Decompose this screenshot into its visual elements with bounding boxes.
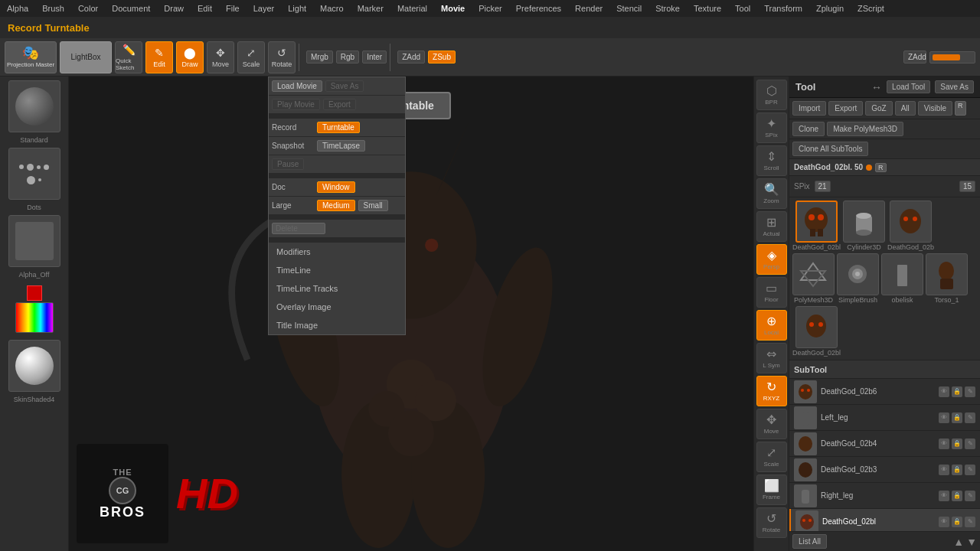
visibility-icon-5[interactable]: 👁 — [939, 517, 949, 527]
edit-icon-3[interactable]: ✎ — [965, 465, 975, 475]
tool-thumb-7[interactable]: DeathGod_02bl — [792, 306, 841, 357]
export-btn[interactable]: Export — [323, 99, 356, 110]
lock-icon-5[interactable]: 🔒 — [952, 517, 962, 527]
move-rt-btn[interactable]: ✥ Move — [756, 409, 787, 439]
edit-icon-5[interactable]: ✎ — [965, 517, 975, 527]
menu-file[interactable]: File — [224, 4, 242, 13]
visibility-icon-0[interactable]: 👁 — [939, 386, 949, 397]
timeline-item[interactable]: TimeLine — [269, 261, 405, 279]
edit-icon-1[interactable]: ✎ — [965, 412, 975, 423]
timeline-tracks-item[interactable]: TimeLine Tracks — [269, 279, 405, 298]
edit-icon-2[interactable]: ✎ — [965, 439, 975, 449]
scale-btn[interactable]: ⤢ Scale — [237, 41, 265, 73]
menu-stroke[interactable]: Stroke — [653, 4, 682, 13]
draw-btn[interactable]: ⬤ Draw — [176, 41, 204, 73]
projection-master-btn[interactable]: 🎭 Projection Master — [5, 41, 57, 73]
edit-icon-0[interactable]: ✎ — [965, 386, 975, 397]
menu-movie[interactable]: Movie — [439, 4, 467, 13]
menu-edit[interactable]: Edit — [195, 4, 214, 13]
tool-thumb-2[interactable]: DeathGod_02b — [887, 201, 934, 251]
lightbox-btn[interactable]: LightBox — [60, 41, 112, 73]
subtool-item-0[interactable]: DeathGod_02b6 👁 🔒 ✎ — [789, 379, 980, 405]
edit-icon-4[interactable]: ✎ — [965, 491, 975, 501]
lock-icon-0[interactable]: 🔒 — [952, 386, 962, 397]
visibility-icon-2[interactable]: 👁 — [939, 439, 949, 449]
bpr-btn[interactable]: ⬡ BPR — [756, 80, 787, 110]
menu-stencil[interactable]: Stencil — [614, 4, 644, 13]
clone-all-btn[interactable]: Clone All SubTools — [792, 142, 868, 156]
tool-thumb-1[interactable]: Cylinder3D — [843, 201, 885, 251]
inter-btn[interactable]: Inter — [362, 51, 387, 64]
spix-btn[interactable]: ✦ SPix — [756, 112, 787, 143]
menu-layer[interactable]: Layer — [251, 4, 277, 13]
menu-zplugin[interactable]: Zplugin — [814, 4, 846, 13]
rotate-btn[interactable]: ↺ Rotate — [268, 41, 296, 73]
zadd-btn[interactable]: ZAdd — [397, 51, 425, 64]
color-gradient[interactable] — [15, 302, 54, 333]
subtool-item-4[interactable]: Right_leg 👁 🔒 ✎ — [789, 483, 980, 509]
menu-picker[interactable]: Picker — [476, 4, 505, 13]
canvas-area[interactable]: ZAdd ZSub Focal Shift 0 Draw Size 64 Act… — [69, 77, 753, 551]
brush-alpha-off[interactable] — [8, 215, 60, 267]
move-btn[interactable]: ✥ Move — [207, 41, 234, 73]
timelapse-btn[interactable]: TimeLapse — [317, 140, 365, 152]
menu-texture[interactable]: Texture — [691, 4, 724, 13]
lsym-btn[interactable]: ⇔ L Sym — [756, 343, 787, 373]
delete-input[interactable] — [272, 223, 325, 234]
scale-rt-btn[interactable]: ⤢ Scale — [756, 442, 787, 472]
local-btn[interactable]: ⊕ Local — [756, 310, 787, 341]
visibility-icon-1[interactable]: 👁 — [939, 412, 949, 423]
thumb-cylinder[interactable] — [843, 201, 885, 243]
brush-dots[interactable] — [8, 148, 60, 200]
menu-document[interactable]: Document — [109, 4, 152, 13]
title-image-item[interactable]: Title Image — [269, 316, 405, 334]
thumb-simplebrush[interactable] — [837, 253, 879, 295]
clone-btn[interactable]: Clone — [792, 122, 825, 136]
thumb-deathgod-1[interactable] — [795, 201, 838, 243]
load-movie-btn[interactable]: Load Movie — [272, 80, 322, 92]
menu-zscript[interactable]: ZScript — [855, 4, 887, 13]
menu-alpha[interactable]: Alpha — [5, 4, 31, 13]
menu-light[interactable]: Light — [286, 4, 309, 13]
export-tool-btn[interactable]: Export — [828, 101, 863, 116]
subtool-item-5[interactable]: DeathGod_02bl 👁 🔒 ✎ — [789, 509, 980, 531]
menu-draw[interactable]: Draw — [162, 4, 186, 13]
frame-btn[interactable]: ⬜ Frame — [756, 474, 787, 505]
lock-icon-2[interactable]: 🔒 — [952, 439, 962, 449]
tool-thumb-3[interactable]: PolyMesh3D — [792, 253, 835, 304]
foreground-color[interactable] — [27, 285, 42, 301]
thumb-polymesh[interactable] — [792, 253, 835, 295]
play-movie-btn[interactable]: Play Movie — [272, 99, 320, 110]
record-turntable-select[interactable]: Turntable — [317, 122, 360, 133]
brush-skin-shaded[interactable] — [8, 340, 60, 392]
zadd2-btn[interactable]: ZAdd — [903, 51, 926, 64]
visible-btn[interactable]: Visible — [918, 101, 952, 116]
tool-thumb-0[interactable]: DeathGod_02bl — [792, 201, 841, 251]
list-all-btn[interactable]: List All — [792, 534, 827, 549]
save-as-btn[interactable]: Save As — [325, 80, 364, 92]
thumb-obelisk[interactable] — [881, 253, 923, 295]
menu-marker[interactable]: Marker — [355, 4, 386, 13]
thumb-torso[interactable] — [926, 253, 968, 295]
menu-brush[interactable]: Brush — [40, 4, 67, 13]
intensity-slider[interactable] — [929, 51, 975, 64]
modifiers-item[interactable]: Modifiers — [269, 243, 405, 261]
tool-thumb-6[interactable]: Torso_1 — [926, 253, 968, 304]
load-tool-btn[interactable]: Load Tool — [887, 80, 930, 93]
tool-thumb-4[interactable]: SimpleBrush — [837, 253, 879, 304]
quick-sketch-btn[interactable]: ✏️ Quick Sketch — [115, 41, 142, 73]
visibility-icon-3[interactable]: 👁 — [939, 465, 949, 475]
subtool-down-btn[interactable]: ▼ — [966, 536, 977, 548]
thumb-deathgod-3[interactable] — [795, 306, 838, 348]
medium-btn[interactable]: Medium — [317, 200, 355, 211]
save-as-tool-btn[interactable]: Save As — [935, 80, 974, 93]
thumb-deathgod-2[interactable] — [890, 201, 932, 243]
tool-panel-collapse[interactable]: ↔ — [871, 81, 882, 93]
menu-macro[interactable]: Macro — [318, 4, 346, 13]
floor-btn[interactable]: ▭ Floor — [756, 277, 787, 308]
rxyz-btn[interactable]: ↻ RXYZ — [756, 376, 787, 406]
rgb-btn[interactable]: Rgb — [336, 51, 359, 64]
goz-btn[interactable]: GoZ — [865, 101, 892, 116]
menu-transform[interactable]: Transform — [762, 4, 805, 13]
zsub-btn[interactable]: ZSub — [428, 51, 456, 64]
